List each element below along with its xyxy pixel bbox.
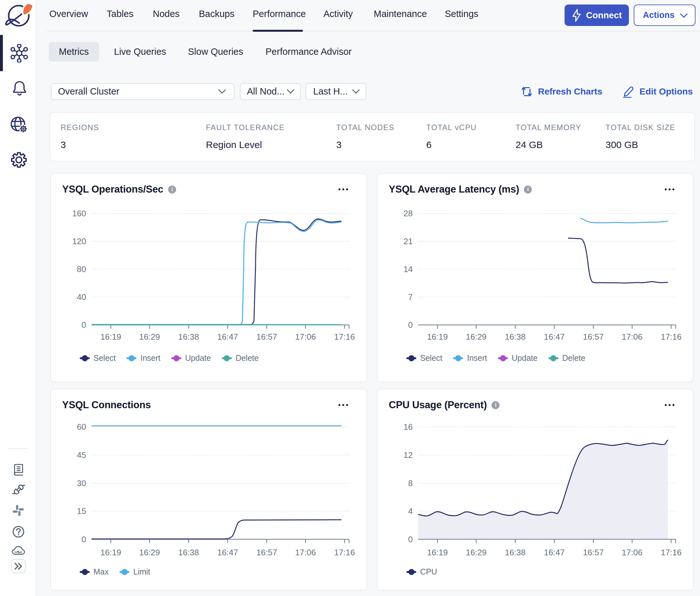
- svg-text:0: 0: [82, 535, 86, 544]
- svg-text:16: 16: [404, 422, 413, 431]
- svg-text:16:57: 16:57: [583, 332, 604, 342]
- svg-text:16:29: 16:29: [139, 332, 160, 342]
- svg-text:17:16: 17:16: [660, 548, 681, 557]
- svg-text:0: 0: [408, 320, 413, 330]
- svg-text:17:16: 17:16: [334, 548, 355, 557]
- svg-text:16:29: 16:29: [139, 548, 160, 557]
- svg-text:16:19: 16:19: [100, 332, 121, 342]
- svg-text:17:16: 17:16: [660, 332, 681, 342]
- svg-text:21: 21: [404, 237, 413, 246]
- svg-text:80: 80: [77, 264, 86, 274]
- svg-text:30: 30: [77, 478, 86, 488]
- svg-text:16:19: 16:19: [100, 548, 121, 557]
- svg-text:40: 40: [77, 292, 86, 302]
- svg-text:16:47: 16:47: [217, 332, 238, 342]
- svg-text:16:57: 16:57: [583, 548, 604, 557]
- svg-text:17:06: 17:06: [295, 332, 316, 342]
- svg-text:16:38: 16:38: [178, 548, 199, 557]
- svg-text:15: 15: [77, 506, 86, 516]
- svg-text:160: 160: [72, 208, 86, 218]
- svg-text:4: 4: [408, 506, 413, 516]
- svg-text:17:06: 17:06: [295, 548, 316, 557]
- svg-text:17:06: 17:06: [622, 332, 642, 342]
- svg-text:16:47: 16:47: [544, 332, 565, 342]
- svg-text:16:38: 16:38: [505, 332, 525, 342]
- svg-text:0: 0: [408, 535, 413, 544]
- svg-text:14: 14: [404, 264, 413, 274]
- svg-text:16:19: 16:19: [427, 332, 448, 342]
- svg-text:17:16: 17:16: [334, 332, 355, 342]
- svg-text:12: 12: [404, 450, 413, 460]
- svg-text:16:38: 16:38: [178, 332, 199, 342]
- svg-text:16:57: 16:57: [256, 332, 277, 342]
- svg-text:120: 120: [72, 237, 86, 246]
- svg-text:16:29: 16:29: [466, 332, 486, 342]
- svg-text:17:06: 17:06: [622, 548, 642, 557]
- svg-text:45: 45: [77, 450, 86, 460]
- svg-text:7: 7: [408, 292, 413, 302]
- svg-text:16:57: 16:57: [256, 548, 277, 557]
- svg-text:8: 8: [408, 478, 413, 488]
- svg-text:16:19: 16:19: [427, 548, 448, 557]
- svg-text:16:47: 16:47: [544, 548, 565, 557]
- svg-text:16:29: 16:29: [466, 548, 486, 557]
- svg-text:0: 0: [82, 320, 86, 330]
- svg-text:28: 28: [404, 208, 413, 218]
- svg-text:60: 60: [77, 422, 86, 431]
- svg-text:16:47: 16:47: [217, 548, 238, 557]
- svg-text:16:38: 16:38: [505, 548, 525, 557]
